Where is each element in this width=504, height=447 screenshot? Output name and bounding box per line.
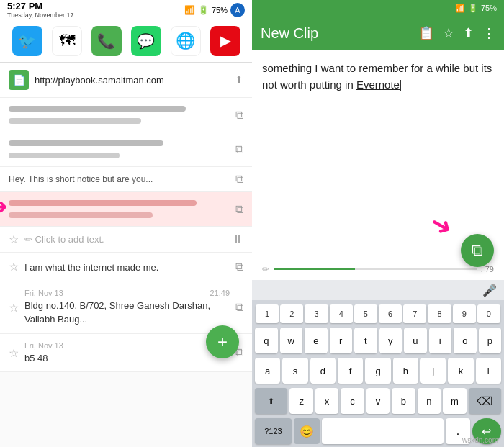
fab-add-icon: + <box>217 332 228 352</box>
left-status-bar: 5:27 PM Tuesday, November 17 📶 🔋 75% A <box>0 0 252 20</box>
key-4[interactable]: 4 <box>330 304 353 323</box>
key-k[interactable]: k <box>448 358 473 384</box>
app-icon-twitter[interactable]: 🐦 <box>12 26 42 56</box>
key-f[interactable]: f <box>338 358 363 384</box>
list-item-3[interactable]: ☆ Fri, Nov 13 b5 48 ⧉ + <box>0 334 252 372</box>
avatar-icon: A <box>230 3 245 17</box>
clip-bars-2 <box>9 138 230 161</box>
key-emoji[interactable]: 😊 <box>294 418 320 444</box>
key-7[interactable]: 7 <box>403 304 426 323</box>
star-icon-1[interactable]: ☆ <box>9 260 19 274</box>
key-p[interactable]: p <box>479 328 502 353</box>
list-copy-icon-2[interactable]: ⧉ <box>235 301 243 314</box>
key-5[interactable]: 5 <box>354 304 377 323</box>
key-s[interactable]: s <box>282 358 307 384</box>
key-2[interactable]: 2 <box>280 304 303 323</box>
key-symbols[interactable]: ?123 <box>255 418 292 444</box>
toolbar-star-icon[interactable]: ☆ <box>443 25 454 41</box>
note-link[interactable]: Evernote <box>356 78 400 91</box>
key-b[interactable]: b <box>392 388 415 414</box>
key-z[interactable]: z <box>289 388 312 414</box>
fab-add-button[interactable]: + <box>206 325 239 358</box>
key-y[interactable]: y <box>379 328 402 353</box>
key-3[interactable]: 3 <box>305 304 328 323</box>
key-x[interactable]: x <box>315 388 338 414</box>
right-fab-button[interactable]: ⧉ <box>461 234 494 267</box>
key-1[interactable]: 1 <box>256 304 279 323</box>
clip-item-highlighted[interactable]: ➜ ⧉ <box>0 192 252 227</box>
url-clip-item[interactable]: 📄 http://playbook.samaltman.com ⬆ <box>0 63 252 98</box>
app-icon-whatsapp[interactable]: 💬 <box>131 26 161 56</box>
clip-bars-highlighted <box>9 198 230 220</box>
pause-icon[interactable]: ⏸ <box>232 233 243 246</box>
app-icons-row: 🐦 🗺 📞 💬 🌐 ▶ <box>0 20 252 63</box>
key-0[interactable]: 0 <box>477 304 500 323</box>
key-h[interactable]: h <box>393 358 418 384</box>
list-item-1-text: I am what the internet made me. <box>24 262 158 273</box>
app-icon-phone[interactable]: 📞 <box>91 26 122 56</box>
key-6[interactable]: 6 <box>379 304 402 323</box>
clipboard-list: 📄 http://playbook.samaltman.com ⬆ ⧉ ⧉ He… <box>0 63 252 447</box>
keyboard-row-2: a s d f g h j k l <box>252 356 504 385</box>
key-e[interactable]: e <box>305 328 328 353</box>
copy-icon-4[interactable]: ⧉ <box>235 203 243 216</box>
left-pink-arrow: ➜ <box>0 194 8 219</box>
copy-icon-2[interactable]: ⧉ <box>235 143 243 156</box>
key-backspace[interactable]: ⌫ <box>469 388 501 414</box>
add-text-row[interactable]: ☆ ✏ Click to add text. ⏸ <box>0 227 252 253</box>
key-g[interactable]: g <box>365 358 390 384</box>
clip-item-2[interactable]: ⧉ <box>0 132 252 167</box>
app-icon-netflix[interactable]: ▶ <box>210 26 240 56</box>
toolbar-notebook-icon[interactable]: 📋 <box>418 25 434 41</box>
numbers-row: 1 2 3 4 5 6 7 8 9 0 <box>252 303 504 325</box>
copy-icon-1[interactable]: ⧉ <box>235 109 243 122</box>
key-c[interactable]: c <box>341 388 364 414</box>
clip-share-icon[interactable]: ⬆ <box>235 74 243 86</box>
watermark: wsxdn.com <box>462 436 498 444</box>
key-d[interactable]: d <box>310 358 336 384</box>
key-v[interactable]: v <box>366 388 390 414</box>
key-w[interactable]: w <box>280 328 303 353</box>
key-space[interactable] <box>322 418 444 444</box>
key-r[interactable]: r <box>330 328 353 353</box>
key-j[interactable]: j <box>420 358 446 384</box>
keyboard-row-3: ⬆ z x c v b n m ⌫ <box>252 387 504 415</box>
clip-bars-1 <box>9 104 230 126</box>
toolbar-share-icon[interactable]: ⬆ <box>463 25 474 41</box>
star-icon-2[interactable]: ☆ <box>9 301 19 315</box>
char-count-bar: ✏ : 79 <box>262 264 494 274</box>
star-icon[interactable]: ☆ <box>9 232 19 246</box>
key-a[interactable]: a <box>255 358 280 384</box>
toolbar-more-icon[interactable]: ⋮ <box>482 25 495 41</box>
right-pink-arrow: ➜ <box>425 207 459 243</box>
keyboard-mic-icon[interactable]: 🎤 <box>482 284 497 297</box>
key-i[interactable]: i <box>429 328 452 353</box>
key-u[interactable]: u <box>404 328 427 353</box>
key-o[interactable]: o <box>454 328 477 353</box>
key-8[interactable]: 8 <box>428 304 451 323</box>
list-item-2-time: 21:49 <box>210 289 230 297</box>
wifi-icon: 🔋 <box>198 5 209 15</box>
key-n[interactable]: n <box>418 388 441 414</box>
clip-url-text: http://playbook.samaltman.com <box>35 75 229 86</box>
app-icon-maps[interactable]: 🗺 <box>52 26 82 56</box>
list-item-1[interactable]: ☆ I am what the internet made me. ⧉ <box>0 253 252 281</box>
list-copy-icon-1[interactable]: ⧉ <box>235 261 243 274</box>
list-item-3-content: Fri, Nov 13 b5 48 <box>24 341 230 364</box>
list-item-2-date: Fri, Nov 13 <box>24 289 63 297</box>
key-q[interactable]: q <box>255 328 278 353</box>
status-right-icons: 📶 🔋 75% A <box>184 3 245 17</box>
key-m[interactable]: m <box>443 388 466 414</box>
copy-icon-3[interactable]: ⧉ <box>235 173 243 186</box>
list-item-2[interactable]: ☆ Fri, Nov 13 21:49 Bldg no.140, B/702, … <box>0 281 252 334</box>
clip-item-1[interactable]: ⧉ <box>0 98 252 132</box>
clip-item-text[interactable]: Hey. This is short notice but are you...… <box>0 167 252 192</box>
add-text-placeholder[interactable]: ✏ Click to add text. <box>24 234 226 245</box>
key-9[interactable]: 9 <box>453 304 476 323</box>
star-icon-3[interactable]: ☆ <box>9 346 19 360</box>
key-t[interactable]: t <box>354 328 377 353</box>
list-item-2-content: Fri, Nov 13 21:49 Bldg no.140, B/702, Sh… <box>24 289 230 326</box>
app-icon-chrome[interactable]: 🌐 <box>171 26 201 56</box>
key-l[interactable]: l <box>476 358 501 384</box>
key-shift[interactable]: ⬆ <box>255 388 287 414</box>
